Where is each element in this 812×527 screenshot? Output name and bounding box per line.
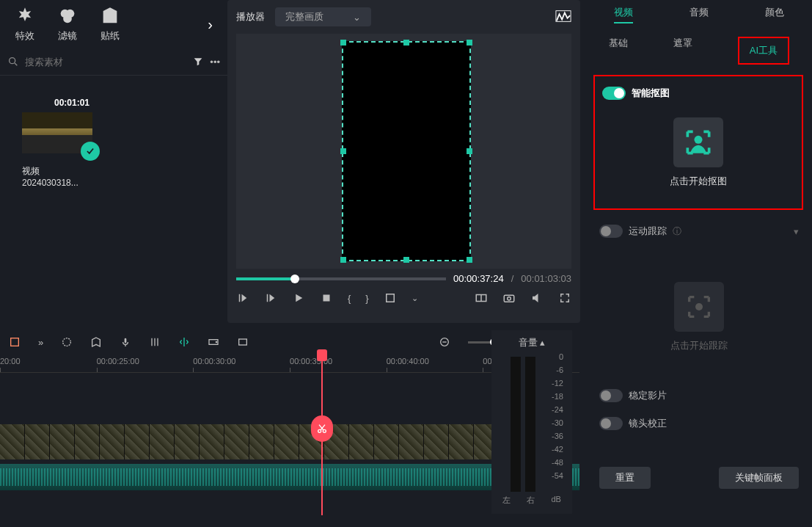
smart-cutout-toggle[interactable]	[602, 87, 626, 100]
ruler-tick: 20:00	[0, 357, 97, 373]
vu-meter-panel: 音量 ▴ 0-6-12 -18-24-30 -36-42-48 -54 左 右 …	[491, 330, 572, 514]
audio-adjust-icon[interactable]	[149, 336, 161, 348]
stop-icon[interactable]	[320, 291, 333, 305]
subtab-basic[interactable]: 基础	[609, 37, 628, 65]
time-current: 00:00:37:24	[453, 273, 504, 284]
start-cutout-button[interactable]	[673, 117, 723, 167]
search-input[interactable]	[25, 57, 186, 68]
tab-color[interactable]: 颜色	[765, 6, 784, 23]
waveform-icon[interactable]	[555, 10, 571, 25]
vu-title: 音量	[519, 337, 538, 348]
time-total: 00:01:03:03	[521, 273, 571, 284]
svg-rect-19	[239, 339, 247, 345]
stickers-label: 贴纸	[100, 29, 120, 43]
player-canvas[interactable]	[236, 34, 571, 269]
split-icon[interactable]	[178, 336, 190, 348]
fullscreen-icon[interactable]	[558, 291, 571, 305]
clip-duration: 00:01:01	[54, 98, 89, 108]
clip-thumbnail	[22, 112, 92, 153]
keyframe-panel-button[interactable]: 关键帧面板	[719, 467, 799, 489]
compare-icon[interactable]	[475, 291, 488, 305]
selection-box[interactable]	[342, 41, 471, 261]
help-icon[interactable]: ⓘ	[673, 225, 681, 238]
check-icon	[81, 142, 100, 161]
svg-point-3	[10, 58, 15, 64]
mark-out-icon[interactable]: }	[365, 293, 368, 304]
filters-button[interactable]: 滤镜	[57, 6, 78, 43]
media-clip[interactable]: 00:01:01 视频2024030318...	[22, 112, 92, 188]
stabilize-toggle[interactable]	[599, 389, 623, 402]
reset-button[interactable]: 重置	[599, 467, 651, 489]
stickers-button[interactable]: 贴纸	[100, 6, 120, 43]
filter-icon[interactable]	[192, 56, 204, 68]
ruler-tick: 00:00:30:00	[193, 357, 290, 373]
subtab-mask[interactable]: 遮罩	[673, 37, 692, 65]
svg-rect-16	[125, 338, 127, 344]
start-tracking-label: 点击开始跟踪	[586, 339, 812, 352]
svg-point-11	[508, 297, 511, 301]
vu-bar-right	[525, 357, 535, 492]
time-sep: /	[511, 273, 514, 284]
chevron-down-icon: ⌄	[353, 12, 361, 23]
vu-scale: 0-6-12 -18-24-30 -36-42-48 -54	[552, 352, 569, 492]
vu-bar-left	[511, 357, 521, 492]
chevron-down-icon[interactable]: ▾	[794, 226, 799, 237]
expand-right-icon[interactable]: ›	[208, 16, 213, 33]
render-icon[interactable]	[61, 336, 73, 348]
subtab-ai[interactable]: AI工具	[738, 37, 789, 65]
filters-label: 滤镜	[58, 29, 77, 43]
progress-slider[interactable]	[236, 277, 446, 280]
svg-rect-14	[11, 338, 19, 346]
svg-point-18	[216, 341, 218, 344]
player-title: 播放器	[236, 10, 265, 23]
screenshot-icon[interactable]	[237, 336, 249, 348]
quality-value: 完整画质	[285, 10, 323, 23]
mark-in-icon[interactable]: {	[348, 293, 351, 304]
crop-tool-icon[interactable]	[9, 336, 21, 348]
svg-rect-7	[386, 294, 394, 302]
svg-line-4	[15, 63, 17, 65]
ruler-tick: 00:00:25:00	[97, 357, 194, 373]
svg-point-12	[695, 136, 703, 144]
clip-label: 视频2024030318...	[22, 165, 92, 188]
marker-icon[interactable]	[90, 336, 102, 348]
motion-tracking-toggle[interactable]	[599, 225, 623, 238]
effects-label: 特效	[15, 29, 34, 43]
snapshot-icon[interactable]	[502, 291, 516, 305]
playhead[interactable]	[321, 354, 323, 515]
lens-correction-toggle[interactable]	[599, 417, 623, 430]
stabilize-label: 稳定影片	[629, 389, 667, 402]
chevron-down-icon[interactable]: ⌄	[412, 294, 418, 303]
smart-cutout-title: 智能抠图	[632, 87, 670, 100]
vu-right-label: 右	[527, 495, 535, 506]
tab-audio[interactable]: 音频	[690, 6, 709, 23]
volume-icon[interactable]	[530, 291, 544, 305]
effects-button[interactable]: 特效	[15, 6, 35, 43]
expand-icon[interactable]: »	[38, 337, 43, 348]
search-icon	[7, 56, 19, 68]
svg-point-15	[63, 338, 71, 346]
zoom-out-icon[interactable]	[439, 336, 450, 348]
scissors-icon[interactable]	[311, 415, 333, 442]
svg-rect-10	[504, 295, 514, 302]
tab-video[interactable]: 视频	[614, 6, 633, 23]
quality-select[interactable]: 完整画质 ⌄	[275, 7, 371, 26]
ruler-tick: 00:00:35:00	[290, 357, 387, 373]
start-cutout-label: 点击开始抠图	[602, 175, 794, 188]
more-icon[interactable]: •••	[210, 57, 220, 68]
next-frame-icon[interactable]	[264, 291, 277, 305]
properties-panel: 视频 音频 颜色 基础 遮罩 AI工具 智能抠图 点击开始抠图 运动跟踪 ⓘ ▾	[586, 0, 812, 323]
prev-frame-icon[interactable]	[236, 291, 249, 305]
speed-icon[interactable]	[208, 336, 219, 348]
ruler-tick: 00:00:40:00	[387, 357, 483, 373]
start-tracking-button[interactable]	[674, 282, 724, 332]
vu-db-label: dB	[551, 495, 560, 506]
player-panel: 播放器 完整画质 ⌄ 00:00:37:24 / 00:01:03:03	[227, 0, 580, 323]
crop-icon[interactable]	[384, 291, 397, 305]
motion-tracking-title: 运动跟踪	[629, 225, 667, 238]
voiceover-icon[interactable]	[120, 336, 131, 348]
chevron-up-icon[interactable]: ▴	[540, 337, 545, 348]
lens-correction-label: 镜头校正	[629, 417, 667, 430]
play-icon[interactable]	[292, 291, 305, 305]
vu-left-label: 左	[502, 495, 511, 506]
